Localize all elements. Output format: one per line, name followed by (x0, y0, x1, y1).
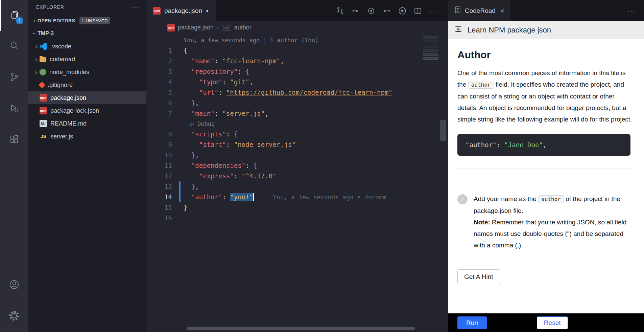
code-line-7[interactable]: 7 "main": "server.js", (146, 108, 448, 119)
example-code-block: "author": "Jane Doe", (457, 134, 630, 156)
npm-file-icon: npm (40, 94, 47, 102)
breadcrumb-symbol[interactable]: author (234, 24, 252, 31)
panel-footer: Run Reset (448, 313, 644, 332)
breadcrumb-separator-icon: › (217, 24, 219, 31)
step-back-icon[interactable] (350, 5, 361, 17)
workspace-root-label: TMP-3 (38, 30, 54, 37)
editor-more-actions-icon[interactable]: ··· (428, 5, 439, 17)
code-line-1[interactable]: 1{ (146, 45, 448, 56)
search-activity-button[interactable] (0, 31, 28, 62)
file-row-.gitignore[interactable]: .gitignore (28, 79, 146, 91)
source-control-activity-button[interactable] (0, 62, 28, 93)
panel-tab-label: CodeRoad (465, 7, 496, 15)
line-number: 2 (146, 56, 184, 66)
line-content: } (184, 202, 187, 213)
code-line-3[interactable]: 3 "repository": { (146, 66, 448, 77)
tab-coderoad[interactable]: CodeRoad × (448, 0, 510, 21)
file-name: coderoad (50, 56, 75, 63)
text-cursor (253, 193, 254, 201)
code-line-12[interactable]: 12 "express": "^4.17.0" (146, 171, 448, 181)
code-line-13[interactable]: 13 }, (146, 181, 448, 192)
code-line-9[interactable]: 9 "start": "node server.js" (146, 139, 448, 150)
tab-label: package.json (164, 7, 202, 15)
settings-button[interactable] (0, 301, 28, 332)
line-content: "repository": { (184, 66, 249, 77)
file-row-coderoad[interactable]: ›coderoad (28, 53, 146, 66)
codelens[interactable]: You, a few seconds ago | 1 author (You) (146, 35, 448, 45)
chevron-right-icon: › (33, 56, 40, 63)
line-content: "dependencies": { (184, 160, 257, 171)
close-icon[interactable]: × (500, 7, 504, 15)
step-forward-icon[interactable] (381, 5, 392, 17)
task-check-icon: ✓ (457, 194, 468, 204)
panel-more-actions-icon[interactable]: ··· (627, 7, 644, 15)
gear-icon (9, 310, 20, 323)
open-editors-section[interactable]: › OPEN EDITORS 1 UNSAVED (28, 14, 146, 27)
file-row-.vscode[interactable]: ›.vscode (28, 40, 146, 53)
run-tests-icon[interactable] (397, 5, 408, 17)
workspace-root-tmp-3[interactable]: › TMP-3 (28, 27, 146, 40)
line-number: 15 (146, 202, 184, 213)
code-line-16[interactable]: 16 (146, 213, 448, 223)
panel-tab-bar: CodeRoad × ··· (448, 0, 644, 21)
chevron-down-icon: › (31, 30, 38, 37)
code-line-6[interactable]: 6 }, (146, 98, 448, 108)
scrollbar-slider[interactable] (440, 120, 446, 141)
file-row-README.md[interactable]: M↓README.md (28, 117, 146, 130)
git-compare-icon[interactable] (334, 5, 346, 17)
split-editor-icon[interactable] (412, 5, 424, 17)
record-icon[interactable] (365, 5, 377, 17)
line-number: 1 (146, 45, 184, 56)
code-token: "Jane Doe" (504, 141, 543, 149)
code-line-2[interactable]: 2 "name": "fcc-learn-npm", (146, 56, 448, 66)
task-item: ✓ Add your name as the author of the pro… (457, 193, 635, 251)
account-icon (9, 279, 20, 291)
code-line-8[interactable]: 8 "scripts": { (146, 129, 448, 139)
unsaved-count-badge: 1 (16, 17, 23, 24)
code-line-14[interactable]: 14 "author": "you!"You, a few seconds ag… (146, 192, 448, 202)
explorer-activity-button[interactable]: 1 (0, 0, 28, 31)
minimap[interactable] (423, 37, 438, 60)
horizontal-scrollbar[interactable] (187, 327, 415, 330)
inline-code-chip: author (538, 195, 564, 203)
breadcrumb-file[interactable]: package.json (178, 24, 214, 31)
code-token: , (543, 141, 547, 149)
file-row-package.json[interactable]: npmpackage.json (28, 91, 146, 104)
run-debug-activity-button[interactable] (0, 93, 28, 125)
extensions-activity-button[interactable] (0, 125, 28, 156)
git-file-icon (39, 82, 45, 88)
reset-button[interactable]: Reset (537, 316, 568, 329)
npm-file-icon: npm (153, 7, 161, 15)
file-row-node_modules[interactable]: ›node_modules (28, 66, 146, 79)
run-button[interactable]: Run (457, 316, 487, 329)
editor-tab-bar: npm package.json ● (146, 0, 448, 21)
back-to-menu-icon[interactable] (454, 25, 463, 36)
code-line-10[interactable]: 10 }, (146, 150, 448, 160)
explorer-more-actions-icon[interactable]: ··· (131, 3, 140, 11)
file-row-package-lock.json[interactable]: npmpackage-lock.json (28, 104, 146, 117)
step-heading: Author (457, 49, 635, 61)
npm-file-icon: npm (40, 107, 47, 114)
file-row-server.js[interactable]: JSserver.js (28, 130, 146, 143)
code-line-4[interactable]: 4 "type": "git", (146, 77, 448, 87)
account-button[interactable] (0, 270, 28, 301)
unsaved-badge: 1 UNSAVED (79, 17, 110, 24)
chevron-right-icon: › (33, 68, 40, 76)
line-content: }, (184, 98, 199, 108)
open-editors-label: OPEN EDITORS (38, 18, 75, 23)
file-name: .vscode (50, 43, 71, 50)
js-file-icon: JS (40, 133, 47, 140)
code-line-15[interactable]: 15} (146, 202, 448, 213)
get-hint-button[interactable]: Get A Hint (457, 269, 500, 284)
line-number: 16 (146, 213, 184, 223)
tab-package-json[interactable]: npm package.json ● (146, 0, 216, 21)
activity-bar: 1 (0, 0, 28, 332)
code-lines: You, a few seconds ago | 1 author (You)1… (146, 35, 448, 223)
line-content: "url": "https://github.com/coderoad/fcc-… (184, 87, 392, 98)
code-line-11[interactable]: 11 "dependencies": { (146, 160, 448, 171)
run-debug-icon (9, 103, 19, 115)
codelens[interactable]: ▷ Debug (146, 119, 448, 129)
code-line-5[interactable]: 5 "url": "https://github.com/coderoad/fc… (146, 87, 448, 98)
code-editor[interactable]: You, a few seconds ago | 1 author (You)1… (146, 34, 448, 332)
line-content: "start": "node server.js" (184, 139, 296, 150)
